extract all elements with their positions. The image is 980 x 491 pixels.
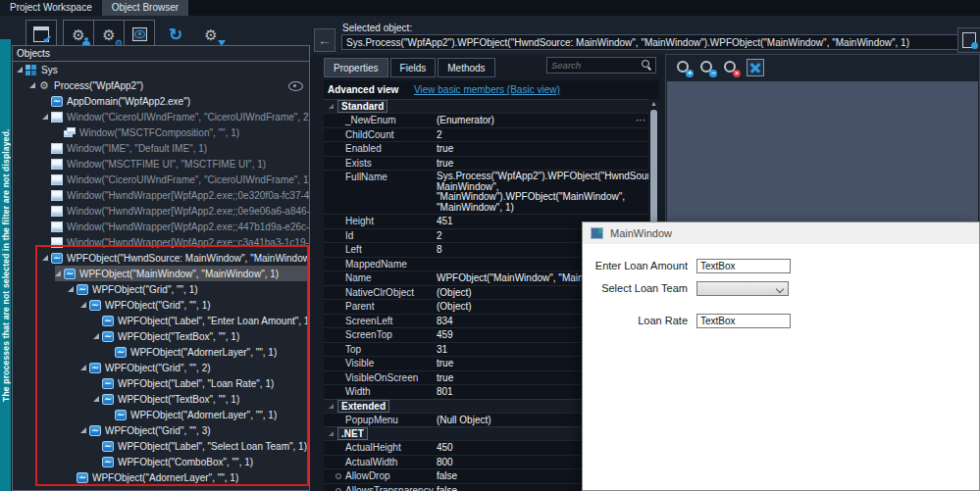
enter-loan-amount-textbox[interactable] [696, 259, 791, 273]
refresh-icon: ↻ [169, 26, 182, 43]
expander-icon[interactable] [93, 333, 99, 339]
window-icon [51, 159, 63, 170]
loan-rate-textbox[interactable] [696, 314, 791, 328]
aut-main-window[interactable]: MainWindow Enter Loan AmountSelect Loan … [582, 221, 980, 491]
tree-item[interactable]: ∼WPFObject("TextBox", "", 1) [13, 391, 309, 407]
expander-icon[interactable] [93, 396, 99, 402]
tree-item[interactable]: ∼AppDomain("WpfApp2.exe") [13, 93, 309, 109]
tree-item[interactable]: ∼WPFObject("ComboBox", "", 1) [13, 454, 309, 469]
property-row[interactable]: Enabledtrue [324, 141, 659, 156]
tree-item[interactable]: ∼WPFObject("Grid", "", 2) [13, 360, 309, 375]
basic-view-link[interactable]: View basic members (Basic view) [414, 84, 560, 95]
view-object-button[interactable] [125, 21, 154, 48]
expander-icon[interactable] [17, 67, 23, 73]
section-expander-icon[interactable] [329, 104, 334, 109]
fit-to-screen-icon[interactable] [747, 59, 764, 76]
expander-icon[interactable] [68, 286, 74, 292]
filter-settings-button[interactable]: ⚙ [196, 21, 226, 48]
loan-rate-label: Loan Rate [590, 315, 688, 326]
highlight-object-button[interactable] [957, 27, 980, 53]
filter-notice-strip: The processes that are not selected in t… [0, 39, 11, 491]
tree-item[interactable]: Window("CiceroUIWndFrame", "CiceroUIWndF… [13, 109, 309, 124]
tree-item[interactable]: Window("MSCTFComposition", "", 1) [13, 124, 309, 140]
zoom-reset-icon[interactable]: × [723, 60, 740, 76]
section-expander-icon[interactable] [329, 404, 334, 409]
tree-item[interactable]: ∼WPFObject("AdornerLayer", "", 1) [13, 469, 309, 485]
user-settings-button[interactable]: ⚙ [64, 21, 94, 48]
expander-icon[interactable] [55, 270, 61, 276]
property-row[interactable]: Existstrue [324, 156, 659, 171]
aut-title-bar[interactable]: MainWindow [583, 222, 979, 244]
section-expander-icon[interactable] [329, 431, 334, 436]
tab-methods[interactable]: Methods [438, 58, 494, 77]
tree-item[interactable]: ∼WPFObject("HwndSource: MainWindow", "Ma… [13, 250, 309, 266]
gear-icon: ⚙ [102, 27, 115, 42]
property-name: ActualWidth [324, 456, 437, 469]
eye-icon[interactable] [288, 81, 303, 91]
tree-item[interactable]: ∼WPFObject("Label", "Loan Rate", 1) [13, 375, 309, 391]
property-name: _NewEnum [324, 114, 437, 127]
expander-icon[interactable] [42, 114, 48, 120]
tree-item[interactable]: ∼WPFObject("Grid", "", 1) [13, 297, 309, 313]
expander-icon[interactable] [80, 365, 86, 370]
expander-icon[interactable] [42, 255, 48, 261]
tree-item[interactable]: Window("CiceroUIWndFrame", "CiceroUIWndF… [13, 172, 309, 187]
property-marker-icon [335, 488, 341, 491]
tree-item[interactable]: Window("HwndWrapper[WpfApp2.exe;;447b1d9… [13, 219, 309, 234]
refresh-button[interactable]: ↻ [161, 21, 190, 48]
zoom-in-icon[interactable]: + [676, 60, 693, 76]
tree-item[interactable]: ⚙Process("WpfApp2") [13, 77, 309, 93]
tab-object-browser[interactable]: Object Browser [102, 0, 188, 16]
tree-item[interactable]: Window("IME", "Default IME", 1) [13, 140, 309, 156]
tree-item[interactable]: Window("MSCTFIME UI", "MSCTFIME UI", 1) [13, 156, 309, 172]
wpf-icon: ∼ [64, 269, 76, 279]
cube-eye-icon [132, 27, 147, 41]
tree-item[interactable]: ∼WPFObject("MainWindow", "MainWindow", 1… [13, 266, 309, 281]
tree-item[interactable]: Window("HwndWrapper[WpfApp2.exe;;0e320f0… [13, 187, 309, 203]
zoom-out-icon[interactable]: − [699, 60, 716, 76]
tree-item[interactable]: ∼WPFObject("Grid", "", 3) [13, 422, 309, 438]
back-button[interactable]: ← [314, 28, 335, 52]
property-name: PopupMenu [324, 414, 437, 427]
select-loan-team-combobox[interactable] [696, 281, 789, 296]
property-row[interactable]: _NewEnum(Enumerator)··· [324, 113, 659, 127]
tree-item[interactable]: Sys [13, 62, 309, 77]
tree-item[interactable]: ∼WPFObject("AdornerLayer", "", 1) [13, 407, 309, 422]
tab-fields[interactable]: Fields [390, 58, 437, 77]
tree-item-label: WPFObject("MainWindow", "MainWindow", 1) [79, 269, 279, 279]
tab-project-workspace[interactable]: Project Workspace [0, 0, 102, 16]
property-row[interactable]: FullNameSys.Process("WpfApp2").WPFObject… [324, 170, 659, 214]
property-row[interactable]: ChildCount2 [324, 127, 659, 142]
tab-properties[interactable]: Properties [324, 58, 388, 77]
search-input[interactable] [547, 58, 647, 73]
tree-item-label: WPFObject("Grid", "", 1) [105, 300, 211, 311]
property-name: Top [324, 343, 437, 357]
tree-item-label: Window("MSCTFComposition", "", 1) [79, 127, 239, 138]
tree-item-label: WPFObject("Grid", "", 2) [105, 363, 211, 373]
selected-object-input[interactable] [341, 34, 959, 50]
tree-item-label: Window("HwndWrapper[WpfApp2.exe;;0e9e06a… [67, 206, 309, 217]
tree-item[interactable]: ∼WPFObject("Label", "Enter Loan Amount",… [13, 313, 309, 328]
tree-item-label: WPFObject("AdornerLayer", "", 1) [92, 472, 238, 483]
section-title: .NET [337, 427, 368, 440]
expander-icon[interactable] [80, 302, 86, 308]
filter-gear-icon: ⚙ [204, 27, 217, 42]
tree-item[interactable]: ∼WPFObject("TextBox", "", 1) [13, 328, 309, 344]
scroll-up-icon[interactable]: ▲ [648, 100, 659, 107]
tree-item[interactable]: Window("HwndWrapper[WpfApp2.exe;;c3a41ba… [13, 234, 309, 250]
property-section-header[interactable]: Standard [324, 99, 659, 113]
property-name: Parent [324, 300, 437, 314]
expander-icon[interactable] [80, 427, 86, 433]
tree-item[interactable]: ∼WPFObject("Label", "Select Loan Team", … [13, 438, 309, 454]
property-name: ScreenTop [324, 328, 437, 342]
tree-item[interactable]: ∼WPFObject("AdornerLayer", "", 1) [13, 344, 309, 360]
view-bar: Advanced view View basic members (Basic … [324, 80, 659, 99]
tree-item[interactable]: ∼WPFObject("Grid", "", 1) [13, 281, 309, 297]
settings-button[interactable]: ⚙ ⚙ [94, 21, 125, 48]
tree-item[interactable]: Window("HwndWrapper[WpfApp2.exe;;0e9e06a… [13, 203, 309, 219]
user-icon [82, 37, 90, 45]
expander-icon[interactable] [29, 82, 35, 88]
tree-item-label: WPFObject("Grid", "", 3) [105, 425, 211, 436]
tree-item-label: Window("CiceroUIWndFrame", "CiceroUIWndF… [67, 174, 309, 185]
preview-field-row: Enter Loan Amount [590, 258, 791, 273]
